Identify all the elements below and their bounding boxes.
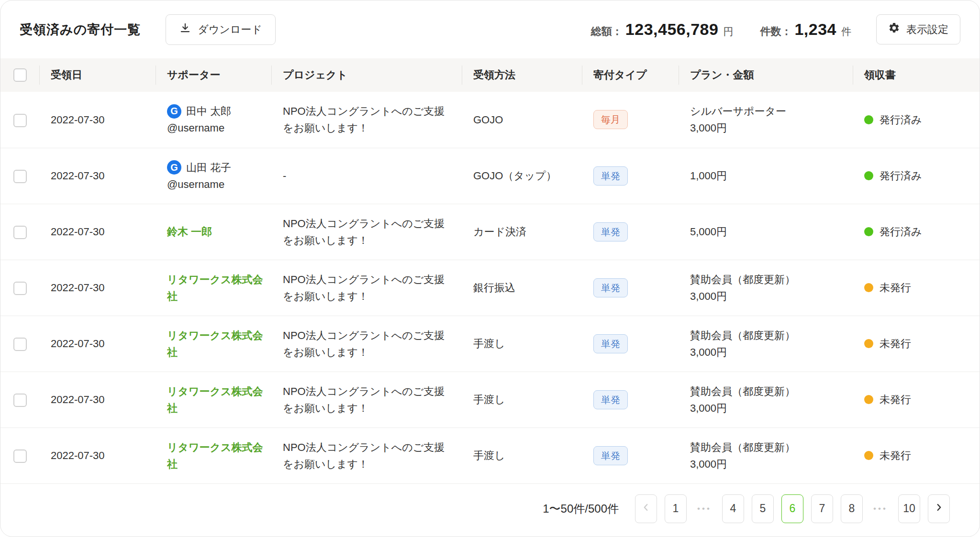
download-button-label: ダウンロード [198,22,262,37]
table-body: 2022-07-30 G 田中 太郎 @username NPO法人コングラント… [0,92,980,483]
plan-amount: 3,000円 [690,400,845,416]
pagination-ellipsis: ••• [870,504,891,514]
supporter-name[interactable]: リタワークス株式会社 [167,271,264,305]
receipt-status-label: 発行済み [880,170,922,182]
plan-amount: 3,000円 [690,344,845,361]
page-button-10[interactable]: 10 [898,494,920,523]
plan-amount: 1,000円 [690,167,845,184]
table-row: 2022-07-30 リタワークス株式会社 NPO法人コングラントへのご支援をお… [0,427,980,483]
supporter-name[interactable]: リタワークス株式会社 [167,439,264,472]
plan-amount: 3,000円 [690,456,845,472]
toolbar: 受領済みの寄付一覧 ダウンロード 総額： 123,456,789 円 件数： 1… [0,0,980,58]
donation-type-badge: 単発 [593,278,628,297]
row-checkbox[interactable] [13,114,27,127]
row-checkbox[interactable] [13,226,27,239]
row-checkbox[interactable] [13,394,27,407]
receipt-status-label: 未発行 [880,449,911,461]
donation-type-badge: 単発 [593,222,628,241]
receipt-date: 2022-07-30 [51,226,105,238]
download-tray-icon [179,22,191,37]
row-checkbox[interactable] [13,170,27,183]
project-title: NPO法人コングラントへのご支援をお願いします！ [283,439,451,472]
gojo-avatar-icon: G [167,160,181,175]
donation-type-badge: 単発 [593,446,628,465]
receipt-status-dot [864,171,873,180]
supporter-name[interactable]: リタワークス株式会社 [167,327,264,361]
pagination-info: 1〜50件/500件 [543,501,619,516]
project-title: NPO法人コングラントへのご支援をお願いします！ [283,327,451,361]
donation-type-badge: 毎月 [593,110,628,129]
plan-amount: 3,000円 [690,120,845,136]
page-button-5[interactable]: 5 [752,494,774,523]
total-amount-stat: 総額： 123,456,789 円 [591,20,734,39]
plan-amount: 5,000円 [690,223,845,240]
plan-name: シルバーサポーター [690,103,845,120]
display-settings-button[interactable]: 表示設定 [876,14,960,44]
project-title: NPO法人コングラントへのご支援をお願いします！ [283,271,451,305]
column-header-type: 寄付タイプ [582,58,679,92]
page-button-4[interactable]: 4 [722,494,744,523]
toolbar-right: 総額： 123,456,789 円 件数： 1,234 件 表示設定 [591,14,960,44]
receipt-status-label: 未発行 [880,394,911,405]
page-button-8[interactable]: 8 [841,494,863,523]
receipt-date: 2022-07-30 [51,338,105,350]
row-checkbox[interactable] [13,282,27,295]
receipt-method: カード決済 [473,226,526,238]
project-title: - [283,167,286,184]
receipt-status-dot [864,227,873,236]
page-button-7[interactable]: 7 [811,494,833,523]
table-row: 2022-07-30 鈴木 一郎 NPO法人コングラントへのご支援をお願いします… [0,204,980,260]
count-label: 件数： [760,24,791,39]
count-value: 1,234 [794,20,836,39]
gojo-avatar-icon: G [167,104,181,119]
table-row: 2022-07-30 G 山田 花子 @username - GOJO（タップ）… [0,148,980,204]
plan-name: 賛助会員（都度更新） [690,439,845,456]
column-header-supporter: サポーター [156,58,271,92]
table-row: 2022-07-30 リタワークス株式会社 NPO法人コングラントへのご支援をお… [0,372,980,427]
receipt-date: 2022-07-30 [51,114,105,126]
supporter-name: 田中 太郎 [186,103,231,120]
table-row: 2022-07-30 リタワークス株式会社 NPO法人コングラントへのご支援をお… [0,260,980,316]
page-title: 受領済みの寄付一覧 [20,21,141,38]
donations-table: 受領日 サポーター プロジェクト 受領方法 寄付タイプ プラン・金額 領収書 2… [0,58,980,484]
receipt-method: 手渡し [473,338,505,350]
row-checkbox[interactable] [13,338,27,351]
count-unit: 件 [841,25,851,38]
receipt-method: GOJO [473,114,503,126]
next-page-button[interactable] [928,494,950,523]
receipt-status-label: 発行済み [880,226,922,238]
supporter-username: @username [167,120,264,136]
total-amount-unit: 円 [723,25,733,38]
plan-amount: 3,000円 [690,288,845,305]
receipt-method: 銀行振込 [473,282,515,294]
receipt-status-label: 発行済み [880,114,922,126]
column-header-plan: プラン・金額 [679,58,853,92]
table-row: 2022-07-30 G 田中 太郎 @username NPO法人コングラント… [0,92,980,148]
receipt-date: 2022-07-30 [51,170,105,182]
plan-name: 賛助会員（都度更新） [690,327,845,344]
select-all-checkbox[interactable] [13,68,27,82]
page-button-6[interactable]: 6 [781,494,803,523]
total-amount-label: 総額： [591,24,623,39]
receipt-method: 手渡し [473,394,505,405]
column-header-receipt: 領収書 [853,58,980,92]
receipt-method: GOJO（タップ） [473,170,557,182]
supporter-username: @username [167,176,264,193]
supporter-name: 山田 花子 [186,159,231,176]
supporter-name[interactable]: 鈴木 一郎 [167,223,212,240]
receipt-status-label: 未発行 [880,282,911,294]
display-settings-label: 表示設定 [906,22,948,37]
download-button[interactable]: ダウンロード [166,14,276,45]
pagination-bar: 1〜50件/500件 1•••45678•••10 [0,484,980,537]
receipt-status-dot [864,339,873,348]
supporter-name[interactable]: リタワークス株式会社 [167,383,264,416]
receipt-date: 2022-07-30 [51,394,105,405]
column-header-method: 受領方法 [462,58,582,92]
receipt-status-dot [864,115,873,124]
project-title: NPO法人コングラントへのご支援をお願いします！ [283,215,451,249]
page-button-1[interactable]: 1 [665,494,687,523]
donation-type-badge: 単発 [593,334,628,353]
prev-page-button[interactable] [635,494,657,523]
row-checkbox[interactable] [13,449,27,463]
table-row: 2022-07-30 リタワークス株式会社 NPO法人コングラントへのご支援をお… [0,316,980,372]
